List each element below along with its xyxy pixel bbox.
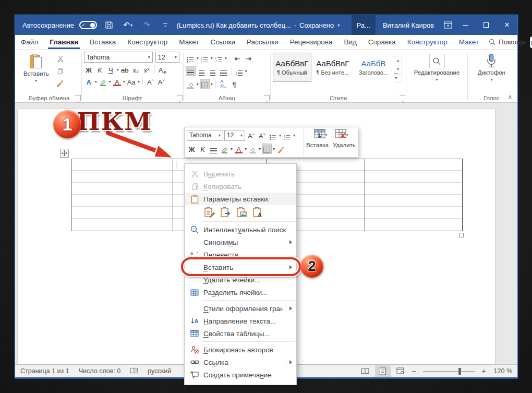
paste-picture-button[interactable]	[236, 206, 248, 219]
zoom-percentage[interactable]: 120 %	[494, 367, 512, 375]
clipboard-dialog-launcher[interactable]	[75, 95, 81, 101]
tab-references[interactable]: Ссылки	[205, 35, 241, 49]
tab-design[interactable]: Конструктор	[122, 35, 173, 49]
borders-button[interactable]	[200, 79, 210, 89]
style-card-2[interactable]: АаБбВЗаголово...	[354, 53, 393, 82]
tab-insert[interactable]: Вставка	[84, 35, 122, 49]
mini-borders-button[interactable]	[262, 144, 272, 154]
paste-merge-formatting-button[interactable]	[220, 206, 232, 219]
read-mode-button[interactable]	[357, 365, 373, 377]
superscript-button[interactable]: x²	[142, 64, 152, 75]
menu-item-new-comment[interactable]: Создать примечание	[185, 368, 296, 381]
tab-mailings[interactable]: Рассылки	[241, 35, 284, 49]
font-name-combo[interactable]: Tahoma▾	[84, 52, 153, 63]
save-button[interactable]	[102, 18, 116, 32]
bold-button[interactable]: Ж	[84, 64, 94, 75]
mini-font-name-combo[interactable]: Tahoma▾	[187, 130, 223, 141]
account-name[interactable]: Виталий Каиров	[376, 21, 441, 29]
table-cell[interactable]	[365, 171, 463, 183]
menu-item-block-authors[interactable]: Блокировать авторов	[185, 343, 296, 356]
zoom-in-button[interactable]: +	[480, 367, 488, 375]
table-cell[interactable]	[365, 183, 463, 195]
menu-item-table-properties[interactable]: Свойства таблицы...	[185, 327, 296, 340]
styles-scroll[interactable]: ▲▼▼	[394, 56, 402, 82]
font-size-combo[interactable]: 12▾	[155, 52, 179, 63]
mini-italic-button[interactable]: K	[198, 144, 208, 154]
table-cell[interactable]	[71, 219, 173, 231]
shrink-font-button[interactable]: А˅	[156, 76, 166, 87]
decrease-indent-button[interactable]: ⇤	[233, 53, 243, 63]
menu-item-paste-options[interactable]: Параметры вставки:	[185, 193, 296, 205]
close-button[interactable]: ×	[497, 15, 517, 35]
show-marks-button[interactable]: ¶	[229, 79, 239, 89]
table-cell[interactable]	[365, 195, 463, 207]
menu-item-split-cells[interactable]: Разделить ячейки...	[185, 286, 296, 299]
zoom-slider-thumb[interactable]	[458, 368, 461, 375]
strikethrough-button[interactable]: ab	[120, 64, 130, 75]
table-cell[interactable]	[71, 183, 173, 195]
clear-formatting-button[interactable]: А	[158, 64, 168, 75]
mini-shrink-font-button[interactable]: А˅	[257, 130, 267, 140]
mini-bold-button[interactable]: Ж	[187, 144, 197, 154]
style-card-0[interactable]: АаБбВвГ¶ Обычный	[273, 53, 311, 82]
print-layout-button[interactable]	[375, 365, 391, 377]
tab-view[interactable]: Вид	[338, 35, 362, 49]
language-indicator[interactable]: русский	[148, 367, 171, 375]
table-cell[interactable]	[71, 171, 173, 183]
align-center-button[interactable]	[197, 66, 207, 76]
tab-table-layout[interactable]: Макет	[453, 35, 485, 49]
maximize-button[interactable]	[476, 15, 497, 35]
scroll-down-icon[interactable]: ▼	[394, 65, 402, 74]
grow-font-button[interactable]: А^	[146, 76, 155, 87]
font-dialog-launcher[interactable]	[177, 95, 183, 101]
numbering-button[interactable]: 123	[200, 53, 210, 63]
redo-button[interactable]: ↷	[140, 18, 153, 32]
table-resize-handle[interactable]	[459, 233, 464, 237]
menu-item-link[interactable]: Ссылка	[185, 356, 296, 368]
table-move-handle[interactable]	[60, 149, 69, 158]
mini-delete-table-button[interactable]: ▾	[335, 129, 348, 140]
ribbon-display-options-button[interactable]	[441, 18, 455, 32]
mini-align-button[interactable]	[209, 144, 219, 154]
editing-button[interactable]: Редактирование ▾	[410, 52, 464, 93]
font-color-button[interactable]: А	[112, 76, 122, 87]
styles-dialog-launcher[interactable]	[400, 95, 405, 101]
paste-keep-formatting-button[interactable]	[203, 206, 216, 219]
copy-button[interactable]	[54, 66, 67, 76]
mini-format-painter-button[interactable]	[276, 144, 286, 154]
menu-item-border-styles[interactable]: Стили оформления границ	[185, 302, 296, 315]
table-cell[interactable]	[365, 207, 463, 219]
customize-qat-button[interactable]: ⌄	[159, 18, 172, 32]
mini-font-size-combo[interactable]: 12▾	[224, 130, 245, 141]
mini-bullets-button[interactable]	[268, 130, 278, 140]
tab-help[interactable]: Справка	[362, 35, 402, 49]
word-count[interactable]: Число слов: 0	[79, 367, 121, 375]
paste-button[interactable]: Вставить ▾	[19, 52, 53, 93]
text-effects-button[interactable]: А	[84, 76, 94, 87]
share-button[interactable]	[530, 37, 532, 48]
menu-item-synonyms[interactable]: Синонимы	[185, 236, 296, 248]
mini-font-color-button[interactable]: А	[234, 144, 244, 154]
tab-table-design[interactable]: Конструктор	[402, 35, 453, 49]
tab-review[interactable]: Рецензирова	[284, 35, 338, 49]
format-painter-button[interactable]	[54, 78, 67, 88]
tell-me-search[interactable]: Помощь	[485, 35, 530, 49]
italic-button[interactable]: K	[95, 64, 105, 75]
mini-shading-button[interactable]	[248, 144, 258, 154]
minimize-button[interactable]	[455, 15, 476, 35]
scroll-up-icon[interactable]: ▲	[394, 56, 402, 65]
zoom-out-button[interactable]: −	[410, 367, 418, 375]
paragraph-dialog-launcher[interactable]	[264, 95, 270, 101]
mini-highlight-button[interactable]	[220, 144, 229, 154]
proofing-status[interactable]	[130, 367, 138, 375]
table-cell[interactable]	[365, 219, 463, 231]
autosave-toggle[interactable]: ✓	[79, 21, 97, 29]
web-layout-button[interactable]	[393, 365, 408, 377]
style-card-1[interactable]: АаБбВвГ¶ Без инте...	[313, 53, 352, 82]
table-cell[interactable]	[71, 195, 173, 207]
subscript-button[interactable]: x₂	[131, 64, 141, 75]
mini-numbering-button[interactable]: 123	[282, 130, 292, 140]
saved-status[interactable]: Сохранено	[299, 21, 334, 29]
cut-button[interactable]	[54, 54, 67, 64]
paste-text-only-button[interactable]: A	[252, 206, 264, 219]
